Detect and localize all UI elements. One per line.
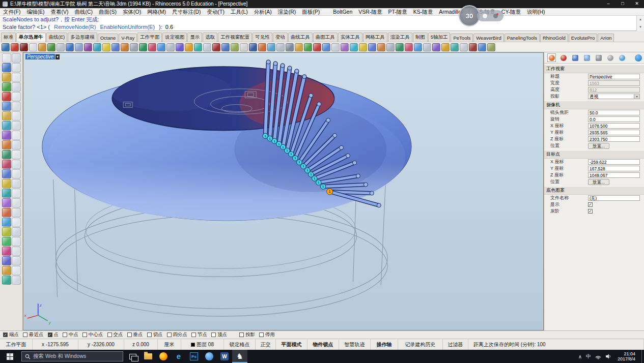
status-cell-14[interactable]: 距离上次保存的时间 (分钟): 100: [468, 339, 644, 350]
ribbon-tab-1[interactable]: 单尔迅犀牛: [16, 33, 46, 42]
status-cell-3[interactable]: z 0.000: [124, 339, 158, 350]
chamfer-tool-icon[interactable]: [12, 198, 21, 207]
osnap-checkbox[interactable]: [259, 332, 264, 337]
menu-item-6[interactable]: 网格(M): [144, 8, 169, 16]
osnap-item-3[interactable]: 中点: [63, 331, 78, 338]
ribbon-tab-9[interactable]: 选取: [203, 33, 217, 42]
redo-tool-icon[interactable]: [2, 276, 11, 285]
render-icon[interactable]: [487, 43, 495, 51]
new-file-icon[interactable]: [2, 43, 10, 51]
status-cell-5[interactable]: 图层 08: [181, 339, 224, 350]
undo-icon[interactable]: [66, 43, 74, 51]
menu-item-20[interactable]: 说明(H): [524, 8, 548, 16]
cut-icon[interactable]: [38, 43, 46, 51]
property-input[interactable]: 2935.565: [588, 130, 640, 135]
solid-sphere-tool-icon[interactable]: [12, 140, 21, 149]
ribbon-tab-13[interactable]: 曲线工具: [288, 33, 313, 42]
surface-sweep-tool-icon[interactable]: [2, 131, 11, 140]
layer-panel-icon[interactable]: [478, 43, 486, 51]
taskbar-clock[interactable]: 21:04 2017/8/4: [615, 351, 637, 361]
osnap-checkbox[interactable]: [147, 332, 152, 337]
offset-curve-icon[interactable]: [295, 43, 303, 51]
property-select[interactable]: 透视▾: [588, 94, 640, 99]
sweep2-icon[interactable]: [359, 43, 367, 51]
copy-icon[interactable]: [47, 43, 55, 51]
properties-tab[interactable]: [547, 53, 556, 62]
hide-tool-icon[interactable]: [2, 227, 11, 236]
ribbon-tab-8[interactable]: 显示: [187, 33, 202, 42]
osnap-checkbox[interactable]: ✓: [3, 332, 8, 337]
photoshop-taskbar-icon[interactable]: Ps: [186, 350, 202, 363]
osnap-checkbox[interactable]: [239, 332, 244, 337]
status-cell-4[interactable]: 厘米: [158, 339, 181, 350]
menu-item-13[interactable]: BoltGen: [330, 8, 355, 16]
osnap-item-9[interactable]: 节点: [191, 331, 207, 338]
surface-plane-tool-icon[interactable]: [2, 121, 11, 130]
open-file-icon[interactable]: [11, 43, 19, 51]
show-desktop-button[interactable]: [641, 350, 644, 363]
split-icon[interactable]: [240, 43, 248, 51]
osnap-item-6[interactable]: 垂点: [127, 331, 143, 338]
join-icon[interactable]: [249, 43, 257, 51]
status-cell-7[interactable]: 正交: [256, 339, 276, 350]
property-input[interactable]: 167.528: [588, 166, 640, 171]
solid-text-tool-icon[interactable]: [12, 160, 21, 169]
more-tab[interactable]: [618, 53, 626, 62]
rotate-tool-icon[interactable]: [12, 63, 21, 72]
osnap-item-12[interactable]: 停用: [259, 331, 275, 338]
viewport-canvas[interactable]: 1111111111111111 z x y: [23, 53, 543, 330]
revolve-icon[interactable]: [341, 43, 349, 51]
fillet-tool-icon[interactable]: [2, 198, 11, 207]
menu-item-11[interactable]: 渲染(R): [275, 8, 299, 16]
layer-tool-icon[interactable]: [2, 247, 11, 256]
menu-item-5[interactable]: 实体(O): [120, 8, 144, 16]
menu-item-12[interactable]: 面板(P): [299, 8, 323, 16]
ribbon-tab-17[interactable]: 渲染工具: [388, 33, 412, 42]
osnap-item-0[interactable]: ✓端点: [3, 331, 19, 338]
menu-item-10[interactable]: 分析(A): [251, 8, 275, 16]
osnap-item-5[interactable]: 交点: [107, 331, 123, 338]
status-cell-6[interactable]: 锁定格点: [224, 339, 256, 350]
fillet-curves-icon[interactable]: [276, 43, 285, 51]
explode-tool-icon[interactable]: [12, 189, 21, 198]
mirror-tool-icon[interactable]: [12, 73, 21, 82]
osnap-item-4[interactable]: 中心点: [82, 331, 103, 338]
tray-chevron-icon[interactable]: ∧: [578, 354, 582, 359]
arc-tool-icon[interactable]: [12, 92, 21, 101]
ribbon-tab-18[interactable]: 制图: [413, 33, 428, 42]
sphere-tool-icon[interactable]: [469, 43, 477, 51]
boolean-union-icon[interactable]: [368, 43, 376, 51]
camera-tab[interactable]: [594, 53, 603, 62]
network-icon[interactable]: [595, 353, 601, 359]
ribbon-tab-15[interactable]: 实体工具: [338, 33, 362, 42]
ungroup-tool-icon[interactable]: [12, 218, 21, 227]
curve-free-tool-icon[interactable]: [12, 82, 21, 92]
perspective-viewport[interactable]: 1111111111111111 z x y Perspective ▾: [23, 52, 544, 330]
menu-item-4[interactable]: 曲面(S): [96, 8, 120, 16]
property-input[interactable]: (无): [588, 195, 640, 201]
save-file-icon[interactable]: [20, 43, 28, 51]
ribbon-tab-24[interactable]: EvolutePro: [569, 34, 597, 42]
select-all-icon[interactable]: [93, 43, 101, 51]
display-tab[interactable]: [571, 53, 579, 62]
mirror-object-icon[interactable]: [203, 43, 211, 51]
osnap-item-10[interactable]: 顶点: [211, 331, 227, 338]
annotate-tool-icon[interactable]: [2, 266, 11, 275]
lock-tool-icon[interactable]: [2, 237, 11, 246]
show-tool-icon[interactable]: [12, 227, 21, 236]
ribbon-tab-25[interactable]: Arion: [598, 34, 614, 42]
join-tool-icon[interactable]: [2, 189, 11, 198]
start-button[interactable]: [0, 350, 19, 363]
ribbon-tab-6[interactable]: 工作平面: [137, 33, 162, 42]
ribbon-tab-19[interactable]: 5轴加工: [428, 33, 451, 42]
maximize-button[interactable]: □: [615, 0, 630, 8]
solid-cone-tool-icon[interactable]: [12, 150, 21, 159]
edge-taskbar-icon[interactable]: e: [171, 350, 186, 363]
array-tool-icon[interactable]: [12, 208, 21, 217]
status-cell-0[interactable]: 工作平面: [0, 339, 33, 350]
property-input[interactable]: 0.0: [588, 116, 640, 122]
solid-cylinder-tool-icon[interactable]: [2, 150, 11, 159]
curve-tool-icon[interactable]: [451, 43, 459, 51]
ribbon-tab-10[interactable]: 工作视窗配置: [218, 33, 252, 42]
ribbon-tab-0[interactable]: 标准: [1, 33, 16, 42]
